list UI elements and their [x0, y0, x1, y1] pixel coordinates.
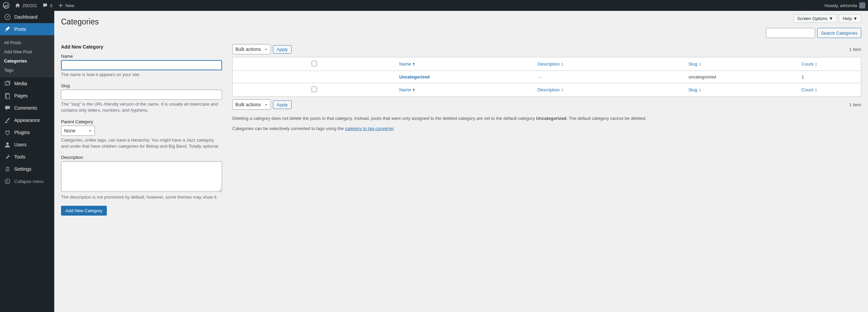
dashboard-icon — [4, 14, 11, 20]
sort-icon: ▲▼ — [561, 62, 564, 67]
sidebar-label: Dashboard — [14, 14, 38, 20]
search-input[interactable] — [766, 28, 815, 38]
account-link[interactable]: Howdy, a4mm4a — [824, 2, 865, 8]
col-name-label: Name — [399, 61, 411, 67]
categories-table: Name▲▼ Description▲▼ Slug▲▼ Count▲▼ Unca… — [232, 57, 861, 97]
collapse-icon — [4, 178, 11, 185]
user-icon — [4, 141, 11, 148]
sort-icon: ▲▼ — [412, 88, 415, 92]
submenu-add-new-post[interactable]: Add New Post — [0, 47, 54, 56]
sort-icon: ▲▼ — [561, 88, 564, 92]
sidebar-item-posts[interactable]: Posts — [0, 23, 54, 35]
slug-label: Slug — [61, 83, 222, 88]
sidebar-item-plugins[interactable]: Plugins — [0, 126, 54, 139]
info-convert-note: Categories can be selectively converted … — [232, 125, 861, 132]
apply-button-bottom[interactable]: Apply — [273, 100, 292, 109]
description-help: The description is not prominent by defa… — [61, 194, 222, 200]
info-text-c: . The default category cannot be deleted… — [566, 116, 646, 121]
sidebar-item-dashboard[interactable]: Dashboard — [0, 11, 54, 23]
sidebar-label: Settings — [14, 166, 32, 172]
submenu-categories[interactable]: Categories — [0, 56, 54, 66]
name-input[interactable] — [61, 60, 222, 70]
howdy-text: Howdy, a4mm4a — [824, 3, 857, 8]
svg-rect-6 — [6, 94, 9, 99]
svg-point-10 — [8, 169, 9, 170]
sidebar-item-media[interactable]: Media — [0, 77, 54, 90]
sidebar-label: Appearance — [14, 117, 40, 123]
name-help: The name is how it appears on your site. — [61, 72, 222, 78]
bulk-actions-select-bottom[interactable]: Bulk actions — [232, 99, 271, 110]
info-delete-note: Deleting a category does not delete the … — [232, 115, 861, 122]
page-title: Categories — [61, 14, 99, 28]
col-slug-header[interactable]: Slug▲▼ — [685, 57, 798, 71]
sidebar-label: Comments — [14, 105, 37, 111]
select-all-bottom[interactable] — [312, 87, 317, 92]
slug-help: The "slug" is the URL-friendly version o… — [61, 101, 222, 113]
comments-icon — [4, 105, 11, 111]
description-input[interactable] — [61, 161, 222, 192]
sidebar-item-users[interactable]: Users — [0, 139, 54, 151]
comment-icon — [42, 3, 48, 8]
submit-button[interactable]: Add New Category — [61, 206, 107, 216]
category-to-tag-link[interactable]: category to tag converter — [345, 126, 393, 131]
parent-select[interactable]: None — [61, 126, 95, 136]
new-content-link[interactable]: New — [58, 3, 74, 8]
svg-rect-7 — [5, 122, 7, 123]
col-count-footer[interactable]: Count▲▼ — [798, 83, 861, 97]
plus-icon — [58, 3, 63, 8]
item-count-top: 1 item — [849, 47, 861, 52]
site-link[interactable]: 250201 — [15, 3, 37, 8]
row-count: 1 — [802, 74, 804, 79]
apply-button-top[interactable]: Apply — [273, 45, 292, 54]
wp-logo[interactable] — [3, 2, 9, 9]
col-description-header[interactable]: Description▲▼ — [534, 57, 685, 71]
info-text-b: Uncategorized — [536, 116, 567, 121]
chevron-down-icon: ▼ — [853, 16, 857, 21]
comments-link[interactable]: 0 — [42, 3, 52, 8]
sidebar-item-appearance[interactable]: Appearance — [0, 114, 54, 126]
submenu-tags[interactable]: Tags — [0, 66, 54, 75]
sidebar-label: Posts — [14, 26, 26, 32]
sort-icon: ▲▼ — [412, 62, 415, 67]
row-name-link[interactable]: Uncategorized — [399, 74, 430, 79]
search-button[interactable]: Search Categories — [817, 28, 861, 38]
slug-input[interactable] — [61, 90, 222, 100]
screen-options-button[interactable]: Screen Options ▼ — [793, 14, 837, 23]
screen-options-label: Screen Options — [797, 16, 828, 21]
select-all-top[interactable] — [312, 61, 317, 66]
sidebar-label: Pages — [14, 93, 28, 98]
sidebar-item-tools[interactable]: Tools — [0, 151, 54, 163]
col-name-footer[interactable]: Name▲▼ — [396, 83, 534, 97]
collapse-menu[interactable]: Collapse menu — [0, 175, 54, 187]
plug-icon — [4, 129, 11, 136]
chevron-down-icon: ▼ — [829, 16, 833, 21]
help-label: Help — [843, 16, 852, 21]
sidebar-label: Plugins — [14, 130, 30, 135]
info-text-c2: . — [394, 126, 395, 131]
help-button[interactable]: Help ▼ — [839, 14, 861, 23]
col-slug-label: Slug — [688, 61, 697, 67]
col-count-header[interactable]: Count▲▼ — [798, 57, 861, 71]
col-description-footer[interactable]: Description▲▼ — [534, 83, 685, 97]
name-label: Name — [61, 54, 222, 59]
parent-help: Categories, unlike tags, can have a hier… — [61, 137, 222, 149]
bulk-actions-select-top[interactable]: Bulk actions — [232, 44, 271, 54]
sidebar-item-settings[interactable]: Settings — [0, 163, 54, 175]
brush-icon — [4, 117, 11, 124]
col-name-label: Name — [399, 87, 411, 92]
content-area: Categories Screen Options ▼ Help ▼ Searc… — [54, 11, 868, 312]
posts-submenu: All Posts Add New Post Categories Tags — [0, 35, 54, 77]
sidebar-item-pages[interactable]: Pages — [0, 90, 54, 102]
admin-toolbar: 250201 0 New Howdy, a4mm4a — [0, 0, 868, 11]
sidebar-item-comments[interactable]: Comments — [0, 102, 54, 114]
info-text-a2: Categories can be selectively converted … — [232, 126, 345, 131]
col-name-header[interactable]: Name▲▼ — [396, 57, 534, 71]
settings-icon — [4, 166, 11, 172]
submenu-all-posts[interactable]: All Posts — [0, 38, 54, 47]
svg-point-2 — [7, 17, 8, 18]
sidebar-label: Users — [14, 142, 27, 147]
pin-icon — [4, 26, 11, 33]
col-slug-footer[interactable]: Slug▲▼ — [685, 83, 798, 97]
table-row: Uncategorized — uncategorized 1 — [233, 71, 861, 83]
admin-sidebar: Dashboard Posts All Posts Add New Post C… — [0, 11, 54, 312]
